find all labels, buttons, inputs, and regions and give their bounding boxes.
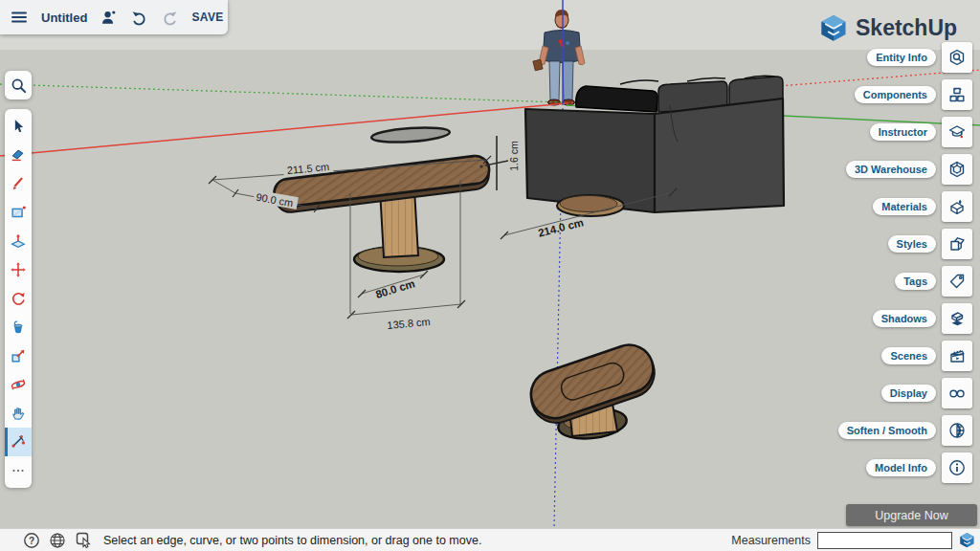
panel-row-soften-smooth: Soften / Smooth [838, 415, 972, 446]
instructor-icon [947, 122, 967, 142]
rectangle-icon [10, 204, 27, 221]
scale-icon [10, 347, 27, 364]
panel-label-entity-info: Entity Info [867, 49, 936, 66]
status-hint: Select an edge, curve, or two points to … [103, 534, 481, 547]
entity-info-button[interactable] [942, 42, 972, 73]
right-panel: Entity Info Components Instructor [838, 42, 972, 483]
orbit-tool[interactable] [5, 370, 32, 399]
instructor-button[interactable] [942, 117, 972, 147]
components-button[interactable] [942, 79, 972, 110]
redo-icon [161, 9, 179, 27]
panel-label-shadows: Shadows [873, 310, 936, 327]
warehouse-button[interactable] [942, 154, 972, 185]
save-button[interactable]: SAVE [191, 11, 223, 24]
panel-label-styles: Styles [888, 235, 936, 253]
panel-label-scenes: Scenes [881, 347, 936, 364]
panel-row-display: Display [881, 378, 972, 408]
rotate-icon [10, 290, 27, 307]
scenes-button[interactable] [942, 341, 972, 371]
add-person-button[interactable] [100, 9, 118, 27]
tool-rail [5, 109, 32, 488]
panel-row-tags: Tags [895, 266, 972, 297]
redo-button[interactable] [161, 9, 179, 27]
brand-name: SketchUp [856, 15, 957, 41]
move-tool[interactable] [5, 255, 32, 284]
styles-icon [947, 234, 967, 253]
menu-icon [10, 8, 29, 27]
rectangle-tool[interactable] [5, 198, 32, 227]
display-button[interactable] [942, 378, 972, 408]
soften-smooth-button[interactable] [942, 415, 972, 446]
orbit-icon [10, 376, 27, 393]
move-icon [10, 261, 27, 278]
pencil-icon [10, 175, 27, 192]
panel-label-model-info: Model Info [866, 459, 936, 476]
pointer-mode-icon[interactable] [75, 531, 93, 549]
shadows-button[interactable] [942, 303, 972, 334]
panel-label-materials: Materials [873, 198, 936, 215]
more-tools[interactable] [5, 456, 32, 485]
scale-tool[interactable] [5, 342, 32, 370]
paint-bucket-tool[interactable] [5, 313, 32, 342]
upgrade-button[interactable]: Upgrade Now [846, 504, 977, 526]
scenes-icon [947, 346, 967, 365]
pan-tool[interactable] [5, 399, 32, 428]
more-tools-icon [10, 462, 27, 479]
warehouse-icon [947, 160, 967, 179]
pencil-line-tool[interactable] [5, 169, 32, 198]
model-info-button[interactable] [942, 452, 972, 483]
panel-label-instructor: Instructor [870, 123, 936, 141]
eraser-tool[interactable] [5, 141, 32, 169]
document-title[interactable]: Untitled [41, 11, 87, 25]
panel-label-3d-warehouse: 3D Warehouse [846, 161, 936, 178]
dim-label-height: 1.6 cm [508, 141, 520, 171]
panel-row-entity-info: Entity Info [867, 42, 972, 73]
rotate-tool[interactable] [5, 284, 32, 313]
search-tool-card [5, 71, 32, 99]
background [0, 0, 980, 528]
language-globe-icon[interactable] [49, 532, 66, 549]
help-icon[interactable]: ? [23, 532, 40, 549]
brand-logo: SketchUp [819, 13, 957, 42]
select-tool[interactable] [5, 112, 32, 141]
paint-bucket-icon [10, 319, 27, 336]
panel-row-3d-warehouse: 3D Warehouse [846, 154, 972, 185]
measurements-label: Measurements [731, 534, 811, 547]
undo-button[interactable] [130, 9, 148, 27]
dimension-icon [10, 433, 27, 451]
pan-icon [10, 405, 27, 422]
search-icon [10, 77, 28, 95]
viewport-canvas[interactable]: 211.5 cm 90.0 cm 80.0 cm 135.8 cm 214.0 … [0, 0, 980, 528]
entity-info-icon [947, 48, 967, 67]
document-toolbar: Untitled SAVE [0, 0, 228, 34]
panel-row-components: Components [855, 79, 972, 110]
search-zoom-tool[interactable] [5, 71, 32, 99]
panel-row-scenes: Scenes [881, 341, 972, 371]
status-bar: ? Select an edge, curve, or two points t… [0, 528, 980, 551]
select-icon [10, 118, 27, 135]
sketchup-mini-logo-icon [959, 532, 975, 548]
panel-row-instructor: Instructor [870, 117, 972, 147]
display-icon [947, 384, 967, 403]
panel-label-tags: Tags [895, 273, 936, 290]
materials-button[interactable] [942, 191, 972, 222]
materials-icon [947, 197, 967, 216]
panel-label-soften-smooth: Soften / Smooth [838, 422, 936, 439]
dimension-tool[interactable] [5, 428, 32, 456]
add-person-icon [100, 9, 118, 27]
styles-button[interactable] [942, 229, 972, 259]
push-pull-icon [10, 232, 27, 250]
tags-icon [947, 272, 967, 291]
panel-row-model-info: Model Info [866, 452, 972, 483]
sketchup-window: 211.5 cm 90.0 cm 80.0 cm 135.8 cm 214.0 … [0, 0, 980, 551]
shadows-icon [947, 309, 967, 328]
tags-button[interactable] [942, 266, 972, 297]
soften-smooth-icon [947, 421, 967, 440]
sketchup-logo-icon [819, 13, 848, 42]
push-pull-tool[interactable] [5, 227, 32, 255]
menu-button[interactable] [10, 8, 29, 27]
svg-text:?: ? [29, 535, 34, 545]
panel-row-shadows: Shadows [873, 303, 972, 334]
components-icon [947, 85, 967, 104]
measurements-input[interactable] [817, 532, 952, 549]
